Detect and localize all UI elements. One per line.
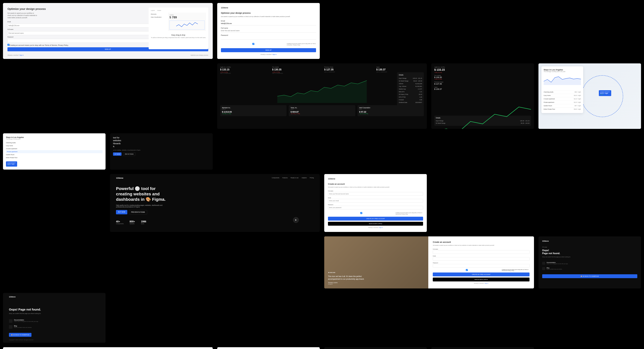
file-icon	[9, 319, 12, 323]
nav-item[interactable]: Pricing	[310, 177, 314, 179]
email-input[interactable]	[221, 22, 316, 25]
page-title: Optimize your design process	[221, 12, 316, 14]
page-subtitle: Get assets to speed up your workflow or …	[8, 12, 37, 19]
docs-link[interactable]: DocumentationLearn how to integrate our …	[542, 260, 637, 266]
detail-row: EPS (TTM)4.45	[399, 96, 422, 98]
fullname-input[interactable]	[221, 29, 316, 33]
stat: 1986Icons	[141, 220, 146, 224]
password-input[interactable]	[433, 264, 529, 268]
map-radius-circle	[582, 75, 623, 117]
list-item[interactable]: Entire Private Floor$328 / night	[544, 107, 581, 111]
list-item[interactable]: Cozy Home	[6, 144, 102, 147]
logo: 123done	[221, 7, 316, 9]
fullname-input[interactable]	[328, 192, 423, 196]
stock-card[interactable]: Tesla, Inc.TSLA$ 604.87-43.77% (-7.79%)	[289, 105, 355, 116]
password-input[interactable]	[328, 206, 423, 209]
list-item[interactable]: Cozy Home$103 / night	[544, 94, 581, 97]
details-panel: Details Day's Range128.46 - 131.1552 Wee…	[397, 72, 424, 106]
map-pin[interactable]: Private apartment $123 / night +23%	[6, 161, 17, 167]
email-input[interactable]	[328, 199, 423, 203]
activity-sparkline	[170, 21, 204, 30]
signup-button[interactable]: SIGN UP	[221, 48, 316, 52]
list-item[interactable]: 3 Guest Apartment	[6, 147, 102, 150]
home-button[interactable]: 🏠 GO BACK TO HOMEPAGE	[542, 274, 637, 278]
email-input[interactable]	[433, 257, 529, 261]
logo: 123done	[116, 177, 123, 179]
stock-chart	[220, 76, 424, 103]
signin-link[interactable]: Sign in	[379, 227, 383, 228]
price-trend-chart	[544, 74, 581, 89]
logo: 123done	[542, 240, 637, 242]
consent-checkbox[interactable]	[8, 44, 10, 46]
stock-chart	[434, 93, 531, 113]
blog-link[interactable]: BlogRead our latest news and articles	[9, 324, 100, 330]
signup-card-light: Optimize your design process Get assets …	[3, 3, 213, 59]
detail-row: Dividend Date2021/05/07	[399, 101, 422, 104]
signin-link[interactable]: Sign in	[272, 54, 277, 55]
detail-row: Avg. Volume91,302,861	[399, 85, 422, 88]
signin-link[interactable]: Sign in	[485, 283, 488, 284]
play-icon: ▶	[295, 219, 296, 221]
stocks-dashboard-wide: Apple Inc. (AAPL)$ 133.15-4.28 (-3.11%)J…	[217, 63, 427, 129]
password-input[interactable]	[221, 36, 316, 40]
tab-layers[interactable]: Layers	[151, 10, 155, 11]
list-item[interactable]: 3 Guest Apartment$118 / night	[544, 97, 581, 101]
consent-checkbox[interactable]	[328, 212, 394, 214]
detail-row: Market Cap2.172T	[399, 88, 422, 90]
stock-card[interactable]: Alphabet Inc.GOOG$ 2,513.93+51.7M (+1.79…	[220, 105, 287, 116]
nav-item[interactable]: Components	[272, 177, 279, 179]
buy-button[interactable]: UY NOW	[113, 152, 122, 156]
stat: 800+Variants	[130, 220, 135, 224]
listings-panel: Stays in Los Angeles The average monthly…	[542, 66, 583, 113]
hero-wide: 123done ComponentsFeaturesReady to useAd…	[110, 174, 320, 232]
dashboard-wide: REVENUE509.70+12.7% YoYTOTAL VIEWS19,561…	[3, 347, 213, 349]
design-canvas: Layers Assets Elements Data Visualizatio…	[149, 8, 208, 49]
detail-row: Day's Range128.46 - 131.15	[399, 77, 422, 80]
create-account-button[interactable]: CREATE MY FREE ACCOUNT	[328, 217, 423, 221]
hero-narrow: tool forwebsiteshboardsa. ool for creati…	[110, 133, 212, 170]
file-icon	[542, 262, 545, 265]
apple-signin-button[interactable]: SIGN IN WITH APPLE	[328, 222, 423, 226]
blog-link[interactable]: BlogRead our latest news and articles	[542, 266, 637, 271]
news-icon	[542, 267, 545, 270]
activity-value: 5 789	[170, 16, 204, 19]
signin-link[interactable]: Sign in	[20, 55, 24, 56]
create-account-button[interactable]: CREATE MY FREE ACCOUNT	[433, 272, 529, 276]
tab-assets[interactable]: Assets	[157, 10, 161, 11]
consent-checkbox[interactable]	[433, 269, 501, 271]
ticker[interactable]: Pre-market$ 130.35-0.88 (-0.76%)June 17,…	[272, 66, 320, 74]
list-item[interactable]: Charming studio$88 / night	[544, 90, 581, 94]
logo: 123done	[328, 178, 423, 180]
ticker[interactable]: Previous Close$ 127.35June 17, 04:00PM E…	[324, 66, 372, 74]
buy-button[interactable]: BUY NOW	[116, 210, 127, 214]
nav-item[interactable]: Adaptive	[302, 177, 307, 179]
home-button[interactable]: 🏠 GO BACK TO HOMEPAGE	[9, 333, 32, 337]
news-icon	[9, 325, 12, 329]
list-item[interactable]: Garden Room	[6, 153, 102, 156]
detail-row: 52 Week Range86.29 - 145.09	[399, 80, 422, 82]
ticker[interactable]: Apple Inc. (AAPL)$ 133.15-4.28 (-3.11%)J…	[220, 66, 268, 74]
stock-card[interactable]: Intel CorporationINTC$ 57.22+18.72 (+0.5…	[358, 105, 424, 116]
payment-card-2: 123done Payment details Complete your pu…	[431, 347, 534, 349]
stat: 40+Components	[116, 220, 124, 224]
list-item[interactable]: Garden Room$87 / night	[544, 104, 581, 107]
list-item-selected[interactable]: Private apartment	[6, 150, 102, 153]
sidebar-item-dataviz[interactable]: Data Visualization	[151, 16, 166, 19]
create-account-photo-card: ★★★★★ This icon set has it all. It's bee…	[324, 236, 534, 288]
preview-button[interactable]: PREVIEW IN FIGMA	[129, 210, 147, 214]
consent-checkbox[interactable]	[221, 43, 286, 45]
list-item[interactable]: Private apartment$123 / night	[544, 101, 581, 104]
preview-button[interactable]: IEW IN FIGMA	[123, 152, 135, 156]
map-pin[interactable]: Private apartment $123 / night +23%	[599, 90, 611, 96]
nav-item[interactable]: Ready to use	[290, 177, 298, 179]
dragdrop-title: Easy drag & drop	[151, 34, 206, 36]
play-button[interactable]: ▶	[293, 217, 299, 223]
notfound-wide: 123done Oops! Page not found. Sorry, we …	[3, 293, 106, 343]
nav-item[interactable]: Features	[282, 177, 288, 179]
apple-signin-button[interactable]: SIGN IN WITH APPLE	[433, 277, 529, 281]
docs-link[interactable]: DocumentationLearn how to integrate our …	[9, 318, 100, 324]
list-item[interactable]: Charming studio	[6, 141, 102, 144]
sidebar-item-elements[interactable]: Elements	[151, 13, 166, 16]
list-item[interactable]: Entire Private Floor	[6, 156, 102, 159]
fullname-input[interactable]	[433, 250, 529, 254]
